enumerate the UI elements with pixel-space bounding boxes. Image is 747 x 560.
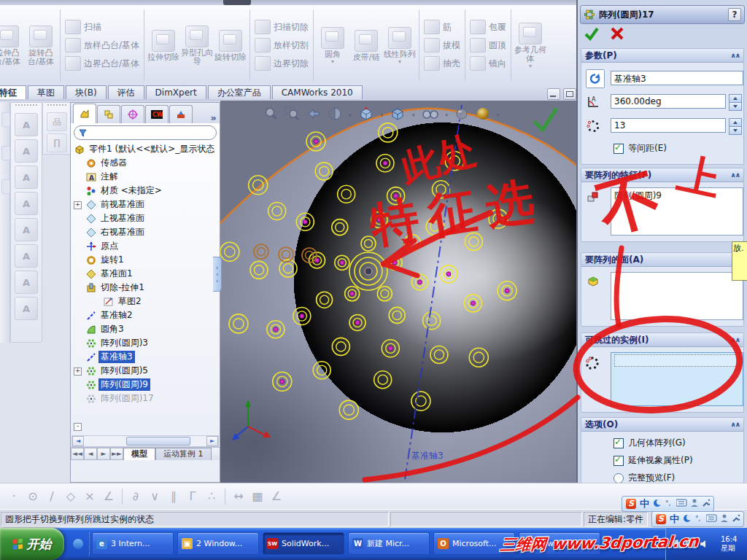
tree-item[interactable]: +旋转1 (71, 253, 126, 267)
ribbon-tab-块(B)[interactable]: 块(B) (66, 85, 107, 99)
pattern-axis-input[interactable]: 基准轴3 (611, 71, 743, 85)
instance-count-input[interactable]: 13 (611, 118, 726, 133)
ime-punctuation-icon[interactable]: °, (665, 499, 673, 510)
ime-keyboard-icon[interactable] (706, 514, 717, 524)
dropdown-arrow-icon[interactable]: ▾ (381, 112, 384, 118)
taskbar-button-sw[interactable]: SWSolidWork... (263, 532, 344, 555)
cropped-icon[interactable] (1, 179, 10, 194)
hierarchy-icon[interactable]: 品 (47, 112, 67, 131)
dropdown-arrow-icon[interactable]: ▾ (514, 63, 547, 69)
pattern-axis-icon[interactable] (586, 69, 605, 88)
ime-user-icon[interactable] (721, 514, 728, 525)
sketch-tool-icon[interactable]: ∥ (165, 488, 182, 505)
section-header[interactable]: 可跳过的实例(I)∧∧ (581, 333, 743, 347)
tree-item[interactable]: 零件1 (默认<<默认>_显示状态 (71, 142, 217, 156)
zoom-fit-icon[interactable] (264, 106, 279, 123)
more-tabs-chevron-icon[interactable]: » (211, 112, 217, 123)
option-row[interactable]: 几何体阵列(G) (614, 437, 686, 449)
explode-block-icon[interactable]: A (15, 271, 38, 294)
scroll-left-icon[interactable]: ◄ (72, 436, 84, 446)
tree-item[interactable]: 圆角3 (71, 322, 126, 336)
tree-item[interactable]: 阵列(圆周)17 (71, 392, 156, 405)
sketch-tool-icon[interactable]: ⊙ (24, 488, 42, 505)
study-nav-icon[interactable]: ►► (110, 448, 123, 460)
sketch-tool-icon[interactable]: ∨ (146, 488, 163, 505)
sketch-tool-icon[interactable]: ▦ (249, 488, 266, 505)
ribbon-tab-草图[interactable]: 草图 (28, 85, 64, 99)
section-header[interactable]: 选项(O)∧∧ (581, 418, 743, 432)
graphics-viewport[interactable]: ▾▾▾▾▾ 基准轴3 (220, 101, 576, 483)
radio-button[interactable] (614, 473, 624, 483)
tree-item[interactable]: -切除-拉伸1 (71, 281, 147, 295)
view-orientation-icon[interactable] (358, 106, 374, 123)
features-to-pattern-list[interactable]: 阵列(圆周)9 (611, 187, 743, 236)
cropped-icon[interactable] (1, 146, 10, 160)
toolbar-button[interactable]: 筋 (422, 20, 462, 34)
study-nav-icon[interactable]: ► (97, 448, 110, 460)
ime-mode-indicator[interactable]: 中 (670, 513, 679, 526)
ime-brand-icon[interactable]: S (656, 514, 666, 524)
restore-icon[interactable] (563, 88, 576, 100)
tree-item[interactable]: 右视基准面 (71, 225, 147, 239)
scrollbar-thumb[interactable] (126, 437, 190, 446)
section-header[interactable]: 要阵列的面(A)∧∧ (581, 253, 743, 267)
toolbar-button[interactable]: 旋转切除 (214, 27, 247, 63)
tab-display[interactable] (169, 105, 193, 123)
sketch-tool-icon[interactable]: ∂ (127, 488, 144, 505)
tab-propertymanager[interactable] (97, 105, 120, 123)
toolbar-button[interactable]: 放样切割 (252, 38, 311, 52)
list-item[interactable]: 阵列(圆周)9 (614, 190, 740, 202)
tree-item[interactable]: 材质 <未指定> (71, 184, 164, 198)
checkbox[interactable] (614, 438, 624, 448)
help-button[interactable]: ? (728, 8, 741, 21)
ime-keyboard-icon[interactable] (676, 499, 687, 509)
sketch-tool-icon[interactable]: · (5, 488, 23, 505)
toolbar-button[interactable]: 包覆 (468, 20, 508, 34)
sketch-tool-icon[interactable]: ∠ (268, 488, 285, 505)
minimize-icon[interactable] (547, 88, 560, 100)
ribbon-tab-办公室产品[interactable]: 办公室产品 (208, 85, 271, 99)
count-decrement-icon[interactable] (729, 126, 742, 135)
tree-filter-input[interactable] (74, 125, 217, 140)
option-row[interactable]: 延伸视象属性(P) (614, 454, 693, 467)
toolbar-button[interactable]: 皮带/链 (349, 27, 383, 63)
quick-launch-area[interactable] (67, 532, 90, 556)
tree-item[interactable]: 基准轴2 (71, 308, 135, 322)
section-header[interactable]: 参数(P)∧∧ (581, 49, 743, 63)
equal-spacing-row[interactable]: 等间距(E) (614, 142, 667, 155)
sketch-tool-icon[interactable]: ◇ (62, 488, 80, 505)
tree-item[interactable]: 传感器 (71, 156, 129, 170)
display-style-icon[interactable] (390, 106, 406, 123)
study-nav-icon[interactable]: ◄◄ (71, 448, 84, 460)
tab-camworks[interactable]: CW (145, 105, 169, 123)
ime-fullhalf-icon[interactable] (683, 514, 692, 525)
ribbon-tab-评估[interactable]: 评估 (108, 85, 144, 99)
make-block-icon[interactable]: A (15, 113, 38, 136)
toolbar-button[interactable]: 参考几何体▾ (514, 20, 547, 71)
angle-input[interactable]: 360.00deg (611, 94, 726, 109)
hide-show-items-icon[interactable] (422, 107, 439, 122)
ime-fullhalf-icon[interactable] (653, 499, 662, 510)
equal-spacing-checkbox[interactable] (614, 144, 624, 154)
toolbar-button[interactable]: 边界切除 (252, 56, 311, 71)
toolbar-grip[interactable] (47, 104, 66, 110)
language-bar-floating[interactable]: S中°, (622, 496, 714, 512)
tree-item[interactable]: 草图2 (71, 295, 144, 308)
previous-view-icon[interactable] (306, 106, 321, 123)
taskbar-button-ie[interactable]: e3 Intern... (92, 532, 174, 555)
start-button[interactable]: 开始 (0, 528, 64, 560)
dropdown-arrow-icon[interactable]: ▾ (383, 59, 417, 65)
toolbar-button[interactable]: 拉伸凸台/基体 (0, 23, 24, 68)
ime-brand-icon[interactable]: S (626, 499, 636, 509)
ime-mode-indicator[interactable]: 中 (640, 497, 649, 510)
checkbox[interactable] (614, 456, 624, 466)
faces-to-pattern-list[interactable] (611, 272, 743, 320)
sketch-tool-icon[interactable]: ↔ (230, 488, 247, 505)
quick-launch-icon[interactable] (73, 539, 83, 549)
toolbar-button[interactable]: 扫描 (63, 20, 142, 34)
instances-to-skip-list[interactable] (611, 352, 743, 406)
toolbar-button[interactable]: 圆顶 (468, 38, 508, 52)
tab-configurationmanager[interactable] (121, 105, 144, 123)
toolbar-button[interactable]: 放样凸台/基体 (63, 38, 142, 52)
rebuild-block-icon[interactable]: A (15, 218, 38, 241)
